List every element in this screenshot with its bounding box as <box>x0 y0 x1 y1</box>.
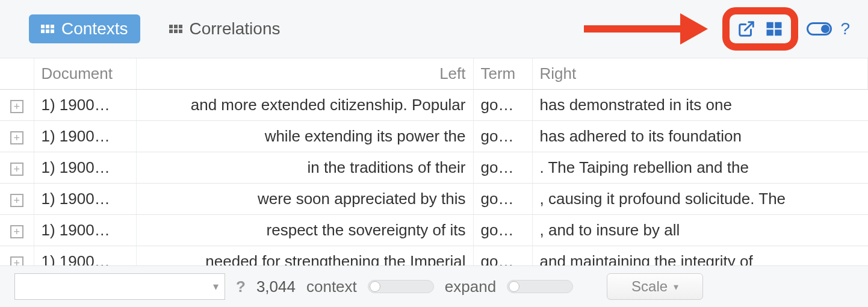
doc-cell: 1) 1900… <box>34 121 136 152</box>
right-cell: . The Taiping rebellion and the <box>532 152 868 184</box>
col-header-left[interactable]: Left <box>136 58 473 90</box>
tab-correlations-label: Correlations <box>190 19 281 39</box>
annotation-arrow <box>584 17 722 41</box>
tab-correlations[interactable]: Correlations <box>157 14 293 43</box>
table-row[interactable]: +1) 1900…in the traditions of theirgo…. … <box>0 152 868 184</box>
context-count: 3,044 <box>256 278 296 296</box>
doc-cell: 1) 1900… <box>34 152 136 184</box>
context-slider[interactable] <box>368 280 434 293</box>
external-link-icon[interactable] <box>736 18 757 40</box>
expand-cell[interactable]: + <box>0 90 34 121</box>
col-header-right[interactable]: Right <box>532 58 868 90</box>
svg-line-0 <box>745 22 754 31</box>
scale-button[interactable]: Scale ▾ <box>607 273 703 300</box>
col-header-term[interactable]: Term <box>473 58 532 90</box>
left-cell: were soon appreciated by this <box>136 184 473 215</box>
footer-toolbar: ▾ ? 3,044 context expand Scale ▾ <box>0 265 868 307</box>
search-help-icon[interactable]: ? <box>236 278 246 296</box>
expand-cell[interactable]: + <box>0 184 34 215</box>
toolbar-right-icons: ? <box>807 19 850 39</box>
right-cell: , causing it profound solicitude. The <box>532 184 868 215</box>
doc-cell: 1) 1900… <box>34 246 136 266</box>
toolbar: Contexts Correlations ? <box>0 0 868 58</box>
contexts-grid: Document Left Term Right +1) 1900…and mo… <box>0 58 868 265</box>
plus-icon[interactable]: + <box>10 131 23 144</box>
header-row: Document Left Term Right <box>0 58 868 90</box>
svg-rect-4 <box>775 29 782 36</box>
col-header-expand <box>0 58 34 90</box>
tab-contexts-label: Contexts <box>61 19 128 39</box>
annotation-highlight-box <box>722 7 798 51</box>
left-cell: and more extended citizenship. Popular <box>136 90 473 121</box>
svg-rect-2 <box>775 22 782 28</box>
tab-contexts[interactable]: Contexts <box>29 14 140 43</box>
doc-cell: 1) 1900… <box>34 215 136 246</box>
expand-cell[interactable]: + <box>0 215 34 246</box>
plus-icon[interactable]: + <box>10 100 23 113</box>
term-cell: go… <box>473 90 532 121</box>
left-cell: while extending its power the <box>136 121 473 152</box>
chevron-down-icon[interactable]: ▾ <box>213 280 219 293</box>
right-cell: and maintaining the integrity of <box>532 246 868 266</box>
chevron-down-icon: ▾ <box>674 281 678 293</box>
left-cell: needed for strengthening the Imperial <box>136 246 473 266</box>
expand-cell[interactable]: + <box>0 246 34 266</box>
expand-cell[interactable]: + <box>0 121 34 152</box>
term-cell: go… <box>473 215 532 246</box>
right-cell: has adhered to its foundation <box>532 121 868 152</box>
context-label: context <box>306 278 357 296</box>
term-cell: go… <box>473 121 532 152</box>
doc-cell: 1) 1900… <box>34 184 136 215</box>
svg-rect-3 <box>767 29 773 36</box>
plus-icon[interactable]: + <box>10 194 23 207</box>
plus-icon[interactable]: + <box>10 256 23 265</box>
plus-icon[interactable]: + <box>10 225 23 238</box>
plus-icon[interactable]: + <box>10 163 23 176</box>
windows-icon[interactable] <box>763 18 785 40</box>
search-combo[interactable]: ▾ <box>14 273 225 300</box>
toggle-icon[interactable] <box>807 22 832 36</box>
search-input[interactable] <box>15 274 225 299</box>
term-cell: go… <box>473 184 532 215</box>
doc-cell: 1) 1900… <box>34 90 136 121</box>
grid-icon <box>169 25 182 33</box>
right-cell: , and to insure by all <box>532 215 868 246</box>
table-row[interactable]: +1) 1900…respect the sovereignty of itsg… <box>0 215 868 246</box>
table-row[interactable]: +1) 1900…and more extended citizenship. … <box>0 90 868 121</box>
left-cell: in the traditions of their <box>136 152 473 184</box>
table-row[interactable]: +1) 1900…needed for strengthening the Im… <box>0 246 868 266</box>
term-cell: go… <box>473 246 532 266</box>
expand-label: expand <box>445 278 496 296</box>
table-row[interactable]: +1) 1900…were soon appreciated by thisgo… <box>0 184 868 215</box>
term-cell: go… <box>473 152 532 184</box>
right-cell: has demonstrated in its one <box>532 90 868 121</box>
svg-rect-1 <box>767 22 773 28</box>
col-header-document[interactable]: Document <box>34 58 136 90</box>
grid-icon <box>41 25 54 33</box>
scale-button-label: Scale <box>631 278 668 295</box>
expand-cell[interactable]: + <box>0 152 34 184</box>
help-icon[interactable]: ? <box>840 19 850 39</box>
left-cell: respect the sovereignty of its <box>136 215 473 246</box>
expand-slider[interactable] <box>507 280 573 293</box>
table-row[interactable]: +1) 1900…while extending its power thego… <box>0 121 868 152</box>
